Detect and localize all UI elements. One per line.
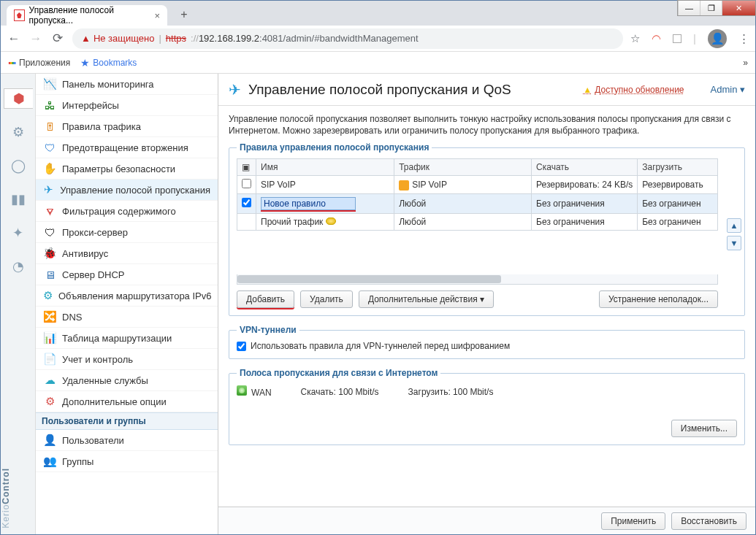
sidebar-item[interactable]: 👥Группы (36, 451, 218, 472)
back-button[interactable]: ← (7, 31, 21, 46)
bookmarks-bar: ▪▪▪▪ Приложения ★ Bookmarks » (1, 52, 755, 74)
restore-button[interactable]: Восстановить (671, 512, 747, 530)
menu-icon[interactable]: ⋮ (738, 32, 749, 45)
tab-close-icon[interactable]: × (154, 10, 160, 21)
checkbox-header[interactable]: ▣ (237, 159, 256, 176)
sidebar-icon: ⛛ (43, 204, 56, 218)
sidebar-item[interactable]: 📊Таблица маршрутизации (36, 328, 218, 349)
sidebar-item[interactable]: ⚙Объявления маршрутизатора IPv6 (36, 285, 218, 307)
download-cell: Без ограничения (532, 214, 638, 231)
traffic-label: Любой (399, 217, 426, 227)
sidebar-item[interactable]: 📄Учет и контроль (36, 349, 218, 370)
overflow-button[interactable]: » (743, 58, 748, 68)
sidebar-item[interactable]: 📉Панель мониторинга (36, 74, 218, 95)
star-icon: ★ (80, 57, 90, 69)
row-checkbox[interactable] (242, 179, 251, 188)
sidebar-icon: ✋ (43, 162, 56, 175)
reload-button[interactable]: ⟳ (50, 31, 65, 46)
sidebar-item[interactable]: ✋Параметры безопасности (36, 158, 218, 180)
apps-button[interactable]: ▪▪▪▪ Приложения (8, 58, 70, 68)
rail-pie-icon[interactable]: ◔ (8, 256, 28, 277)
sidebar-item[interactable]: 🖧Интерфейсы (36, 95, 218, 116)
horizontal-scrollbar[interactable] (237, 274, 718, 285)
forward-button[interactable]: → (28, 31, 43, 46)
globe-icon (237, 385, 247, 396)
sidebar-item-label: Сервер DHCP (62, 269, 125, 280)
rule-name-input[interactable] (261, 197, 356, 210)
upload-info: Загрузить: 100 Mbit/s (408, 387, 494, 397)
sidebar-item[interactable]: 🛡Прокси-сервер (36, 222, 218, 243)
download-info: Скачать: 100 Mbit/s (301, 387, 379, 397)
address-field[interactable]: ▲ Не защищено | https ://192.168.199.2:4… (72, 28, 623, 49)
window-minimize-button[interactable]: — (678, 1, 700, 15)
browser-tab[interactable]: Управление полосой пропуска... × (7, 5, 167, 26)
sidebar-item[interactable]: ⚙Дополнительные опции (36, 391, 218, 412)
table-row[interactable]: Любой Без ограничения Без ограничен (237, 194, 718, 214)
sidebar-icon: 📉 (43, 77, 56, 91)
sidebar-item-label: DNS (62, 312, 82, 323)
sidebar-item-label: Учет и контроль (62, 354, 133, 365)
internet-panel: Полоса пропускания для связи с Интернето… (229, 368, 745, 445)
warning-icon: ▲ (81, 33, 91, 44)
row-checkbox[interactable] (242, 198, 251, 207)
new-tab-button[interactable]: + (175, 5, 194, 24)
page-description: Управление полосой пропускания позволяет… (229, 113, 745, 136)
internet-legend: Полоса пропускания для связи с Интернето… (237, 368, 440, 378)
sidebar-item[interactable]: 👤Пользователи (36, 430, 218, 451)
troubleshoot-button[interactable]: Устранение неполадок... (599, 290, 718, 308)
rules-table: ▣ Имя Трафик Скачать Загрузить SIP VoIP … (237, 158, 718, 231)
sidebar-item-label: Антивирус (62, 248, 108, 259)
reorder-arrows: ▲ ▼ (727, 218, 741, 250)
star-icon[interactable]: ☆ (630, 32, 640, 45)
col-upload[interactable]: Загрузить (638, 159, 718, 176)
table-row[interactable]: Прочий трафик Любой Без ограничения Без … (237, 214, 718, 231)
window-maximize-button[interactable]: ❐ (700, 1, 722, 15)
app-frame: ⬢ ⚙ ◯ ▮▮ ✦ ◔ KerioControl 📉Панель монито… (1, 74, 755, 534)
sidebar-icon: 🐞 (43, 247, 56, 260)
sidebar-icon: 🛡 (43, 141, 56, 154)
sidebar-item[interactable]: ⛛Фильтрация содержимого (36, 201, 218, 222)
table-row[interactable]: SIP VoIP SIP VoIP Резервировать: 24 KB/s… (237, 176, 718, 194)
sidebar-icon: 🖧 (43, 99, 56, 112)
tab-bar: Управление полосой пропуска... × + (1, 1, 755, 26)
move-up-button[interactable]: ▲ (727, 218, 741, 233)
rules-legend: Правила управления полосой пропускания (237, 142, 432, 153)
col-download[interactable]: Скачать (532, 159, 638, 176)
rail-stats-icon[interactable]: ▮▮ (8, 189, 28, 209)
rail-gear-icon[interactable]: ⚙ (8, 122, 28, 142)
bookmarks-folder[interactable]: ★ Bookmarks (80, 57, 137, 69)
apply-button[interactable]: Применить (601, 512, 665, 530)
sidebar-item-label: Дополнительные опции (62, 396, 167, 407)
profile-avatar-icon[interactable]: 👤 (708, 29, 727, 48)
vpn-checkbox[interactable] (237, 342, 246, 351)
col-traffic[interactable]: Трафик (394, 159, 532, 176)
rail-shield-icon[interactable]: ⬢ (4, 88, 33, 109)
more-actions-button[interactable]: Дополнительные действия ▾ (359, 290, 494, 308)
ext-icon[interactable] (673, 34, 681, 43)
update-available-link[interactable]: ▲ Доступно обновление (583, 85, 684, 95)
col-name[interactable]: Имя (256, 159, 394, 176)
download-cell: Без ограничения (532, 194, 638, 214)
delete-button[interactable]: Удалить (300, 290, 353, 308)
cloud-icon[interactable]: ◠ (652, 32, 661, 45)
change-button[interactable]: Изменить... (671, 420, 737, 437)
vpn-checkbox-row[interactable]: Использовать правила для VPN-туннелей пе… (237, 341, 737, 351)
sidebar-item[interactable]: 🐞Антивирус (36, 243, 218, 264)
sidebar-item-label: Панель мониторинга (62, 79, 154, 90)
sidebar-item[interactable]: 🔀DNS (36, 307, 218, 328)
rail-ring-icon[interactable]: ◯ (8, 155, 28, 176)
sidebar-item[interactable]: ✈Управление полосой пропускания (36, 180, 218, 201)
rail-star-icon[interactable]: ✦ (8, 223, 28, 243)
window-close-button[interactable]: ✕ (722, 1, 755, 15)
add-button[interactable]: Добавить (237, 290, 294, 308)
admin-menu[interactable]: Admin ▾ (711, 84, 745, 95)
sidebar-item[interactable]: 🎚Правила трафика (36, 116, 218, 137)
sidebar-item[interactable]: 🛡Предотвращение вторжения (36, 137, 218, 158)
sidebar-item[interactable]: ☁Удаленные службы (36, 370, 218, 391)
tab-title: Управление полосой пропуска... (29, 5, 148, 26)
page-title: Управление полосой пропускания и QoS (248, 82, 511, 98)
sidebar-item[interactable]: 🖥Сервер DHCP (36, 264, 218, 285)
browser-window: Управление полосой пропуска... × + ← → ⟳… (0, 0, 756, 535)
move-down-button[interactable]: ▼ (727, 236, 741, 250)
footer-bar: Применить Восстановить (218, 507, 755, 534)
